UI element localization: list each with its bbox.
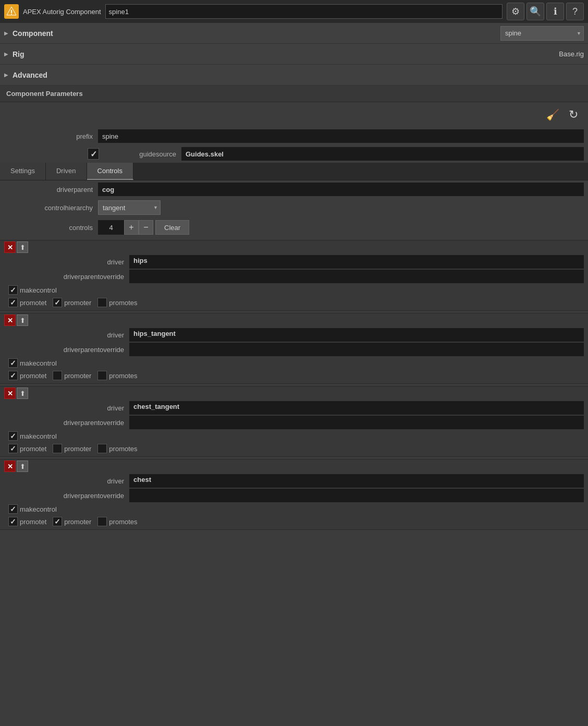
params-header: Component Parameters (0, 86, 588, 102)
promotes-checkbox-1[interactable] (97, 298, 107, 307)
driverparent-label: driverparent (4, 186, 98, 193)
promotes-label-3: promotes (109, 445, 137, 453)
advanced-section[interactable]: ▶ Advanced (0, 65, 588, 86)
app-name: APEX Autorig Component (23, 8, 101, 16)
driverparentoverride-label-4: driverparentoverride (4, 492, 129, 500)
promotet-checkbox-2[interactable]: ✓ (8, 371, 18, 380)
rig-file: Base.rig (559, 50, 584, 58)
makecontrol-label-3: makecontrol (20, 432, 57, 440)
settings-icon-btn[interactable]: ⚙ (507, 3, 524, 20)
driverparentoverride-row-2: driverparentoverride (4, 343, 584, 356)
promotes-checkbox-3[interactable] (97, 444, 107, 453)
controls-count-row: controls 4 + − Clear (0, 217, 588, 238)
promotet-checkbox-3[interactable]: ✓ (8, 444, 18, 453)
controls-clear-button[interactable]: Clear (155, 220, 189, 235)
promoter-checkbox-4[interactable]: ✓ (53, 517, 62, 526)
tab-driven[interactable]: Driven (46, 163, 87, 180)
driverparentoverride-row-1: driverparentoverride (4, 270, 584, 283)
driver-block-3: ✕ ⬆ driver chest_tangent driverparentove… (0, 386, 588, 457)
makecontrol-row-1: ✓ makecontrol (4, 284, 584, 296)
refresh-button[interactable]: ↻ (565, 106, 582, 123)
controlhierarchy-row: controlhierarchy tangent linear flat (0, 198, 588, 217)
component-arrow: ▶ (4, 30, 8, 36)
guidesource-row: ✓ guidesource Guides.skel (0, 145, 588, 163)
driver-value-3: chest_tangent (129, 401, 584, 415)
rig-value: Base.rig (559, 50, 584, 58)
controls-remove-button[interactable]: − (139, 220, 153, 235)
makecontrol-label-1: makecontrol (20, 286, 57, 294)
promoter-checkbox-3[interactable] (53, 444, 62, 453)
promotet-label-2: promotet (20, 372, 46, 380)
driver-row-3: driver chest_tangent (4, 401, 584, 415)
driver-remove-btn-1[interactable]: ✕ (4, 241, 16, 253)
driverparentoverride-label-2: driverparentoverride (4, 346, 129, 354)
driver-block-4: ✕ ⬆ driver chest driverparentoverride ✓ … (0, 459, 588, 530)
controls-add-button[interactable]: + (124, 220, 139, 235)
driverparentoverride-value-2 (129, 343, 584, 356)
driver-label-2: driver (4, 331, 129, 339)
driver-row-1: driver hips (4, 255, 584, 269)
promotes-checkbox-4[interactable] (97, 517, 107, 526)
tab-settings[interactable]: Settings (0, 163, 46, 180)
rig-section[interactable]: ▶ Rig Base.rig (0, 44, 588, 65)
makecontrol-checkbox-2[interactable]: ✓ (8, 358, 18, 368)
promoter-label-3: promoter (64, 445, 91, 453)
driver-up-btn-4[interactable]: ⬆ (17, 461, 28, 472)
makecontrol-label-2: makecontrol (20, 359, 57, 367)
promotet-label-1: promotet (20, 299, 46, 307)
info-icon-btn[interactable]: ℹ (546, 3, 564, 20)
driver-remove-btn-4[interactable]: ✕ (4, 461, 16, 472)
guidesource-label: guidesource (103, 150, 181, 158)
rig-label: Rig (13, 50, 24, 58)
driver-value-2: hips_tangent (129, 328, 584, 342)
component-name-input[interactable] (105, 4, 503, 19)
driver-up-btn-1[interactable]: ⬆ (17, 241, 28, 253)
component-section[interactable]: ▶ Component spine arm leg hand (0, 23, 588, 44)
promoter-checkbox-2[interactable] (53, 371, 62, 380)
driver-label-3: driver (4, 404, 129, 412)
component-select[interactable]: spine arm leg hand (500, 26, 584, 41)
advanced-arrow: ▶ (4, 72, 8, 78)
rig-arrow: ▶ (4, 51, 8, 57)
promotes-row-3: ✓ promotet promoter promotes (4, 443, 584, 454)
driverparentoverride-value-3 (129, 416, 584, 429)
promotes-label-4: promotes (109, 518, 137, 526)
driver-block-header-4: ✕ ⬆ (0, 459, 588, 473)
driver-row-4: driver chest (4, 474, 584, 488)
controlhierarchy-select[interactable]: tangent linear flat (98, 200, 161, 215)
driver-up-btn-3[interactable]: ⬆ (17, 388, 28, 399)
makecontrol-checkbox-1[interactable]: ✓ (8, 285, 18, 295)
makecontrol-row-2: ✓ makecontrol (4, 357, 584, 369)
makecontrol-checkbox-4[interactable]: ✓ (8, 504, 18, 514)
help-icon-btn[interactable]: ? (566, 3, 584, 20)
makecontrol-row-4: ✓ makecontrol (4, 503, 584, 515)
driver-btns-3: ✕ ⬆ (4, 388, 28, 399)
driverparentoverride-label-3: driverparentoverride (4, 419, 129, 427)
promoter-label-2: promoter (64, 372, 91, 380)
makecontrol-checkbox-3[interactable]: ✓ (8, 431, 18, 441)
driverparentoverride-value-4 (129, 489, 584, 502)
tab-controls[interactable]: Controls (87, 163, 133, 180)
driver-block-header-2: ✕ ⬆ (0, 313, 588, 327)
guidesource-checkbox[interactable]: ✓ (88, 148, 99, 160)
promotet-checkbox-4[interactable]: ✓ (8, 517, 18, 526)
search-icon-btn[interactable]: 🔍 (526, 3, 544, 20)
app-icon (4, 4, 19, 19)
controls-count-value: 4 (98, 220, 124, 235)
driver-remove-btn-3[interactable]: ✕ (4, 388, 16, 399)
prefix-input[interactable] (98, 129, 584, 143)
promotes-checkbox-2[interactable] (97, 371, 107, 380)
driver-row-2: driver hips_tangent (4, 328, 584, 342)
promoter-checkbox-1[interactable]: ✓ (53, 298, 62, 307)
driver-remove-btn-2[interactable]: ✕ (4, 314, 16, 326)
promotet-checkbox-1[interactable]: ✓ (8, 298, 18, 307)
promotes-label-2: promotes (109, 372, 137, 380)
makecontrol-row-3: ✓ makecontrol (4, 430, 584, 442)
driver-up-btn-2[interactable]: ⬆ (17, 314, 28, 326)
driver-label-4: driver (4, 477, 129, 485)
driver-inner-2: driver hips_tangent driverparentoverride… (0, 327, 588, 383)
title-bar: APEX Autorig Component ⚙ 🔍 ℹ ? (0, 0, 588, 23)
driverparent-value: cog (98, 183, 584, 196)
brush-button[interactable]: 🧹 (544, 106, 561, 123)
driver-btns-2: ✕ ⬆ (4, 314, 28, 326)
